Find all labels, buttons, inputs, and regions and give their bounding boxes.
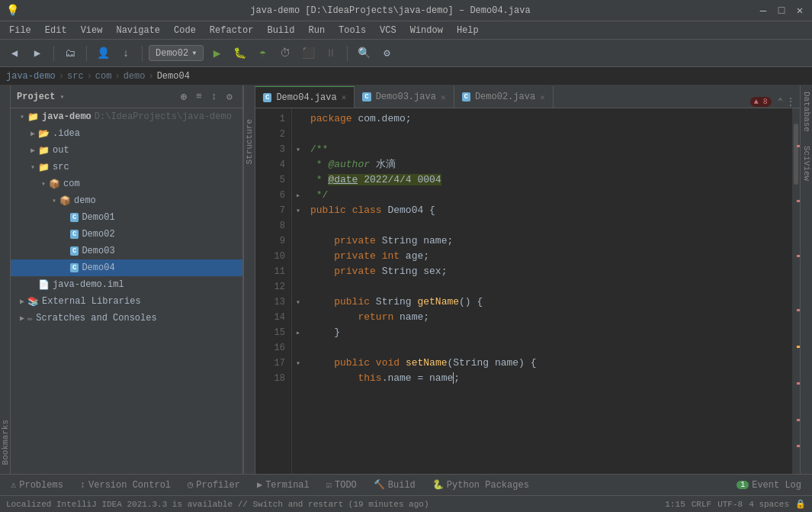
build-tab[interactable]: 🔨 Build (366, 476, 423, 494)
menu-view[interactable]: View (75, 24, 109, 37)
fold-arrow-6[interactable]: ▸ (292, 188, 304, 203)
tab-demo04[interactable]: C Demo04.java ✕ (255, 86, 355, 108)
todo-tab[interactable]: ☑ TODO (319, 476, 364, 494)
fold-arrow-17[interactable]: ▾ (292, 356, 304, 371)
problems-tab[interactable]: ⚠ Problems (3, 476, 71, 494)
vertical-scrollbar[interactable] (792, 108, 800, 474)
locate-button[interactable]: ⊕ (177, 90, 191, 104)
minimize-button[interactable]: — (757, 5, 769, 17)
tree-item-out[interactable]: ▶ 📁 out (11, 142, 242, 159)
tree-item-iml[interactable]: 📄 java-demo.iml (11, 276, 242, 293)
event-log-badge: 1 (737, 481, 749, 489)
code-editor[interactable]: package com.demo; /** * @author 水滴 * @da… (304, 108, 792, 474)
more-tabs-button[interactable]: ⋮ (786, 96, 795, 108)
tree-item-demo01[interactable]: C Demo01 (11, 209, 242, 226)
cursor-position[interactable]: 1:15 (665, 500, 685, 509)
back-button[interactable]: ◀ (5, 43, 24, 63)
close-button[interactable]: ✕ (794, 5, 806, 17)
menubar: File Edit View Navigate Code Refactor Bu… (0, 21, 812, 40)
project-panel: Project ▾ ⊕ ≡ ↕ ⚙ ▾ 📁 java-demo D:\IdeaP… (11, 85, 243, 474)
breadcrumb-javademo[interactable]: java-demo (6, 71, 56, 82)
gear-icon[interactable]: ⚙ (223, 90, 236, 104)
tree-item-src[interactable]: ▾ 📁 src (11, 159, 242, 175)
fold-arrow-3[interactable]: ▾ (292, 142, 304, 157)
line-separator[interactable]: CRLF (692, 500, 711, 509)
breadcrumb-com[interactable]: com (95, 71, 112, 82)
run-config-selector[interactable]: Demo02 ▾ (149, 45, 204, 61)
sciview-tab[interactable]: SciView (801, 140, 813, 187)
breadcrumb-sep-1: › (59, 71, 64, 82)
breadcrumb-demo[interactable]: demo (124, 71, 146, 82)
scratch-icon: ✏ (27, 313, 33, 324)
menu-vcs[interactable]: VCS (374, 24, 403, 37)
tab-demo02[interactable]: C Demo02.java ✕ (454, 86, 554, 108)
tree-item-demo03[interactable]: C Demo03 (11, 243, 242, 259)
menu-refactor[interactable]: Refactor (204, 24, 260, 37)
event-log-tab[interactable]: 1 Event Log (729, 476, 809, 494)
forward-button[interactable]: ▶ (27, 43, 47, 63)
stop-button[interactable]: ⬛ (298, 43, 318, 63)
tab-label: Demo03.java (376, 92, 436, 102)
tab-close-button[interactable]: ✕ (441, 92, 446, 102)
indent-setting[interactable]: 4 spaces (749, 500, 789, 509)
tree-item-scratches[interactable]: ▶ ✏ Scratches and Consoles (11, 310, 242, 327)
debug-button[interactable]: 🐛 (229, 43, 249, 63)
profile-button[interactable]: ⏱ (275, 43, 295, 63)
fold-arrow-15[interactable]: ▸ (292, 325, 304, 340)
run-with-coverage-button[interactable]: ☂ (252, 43, 272, 63)
tab-close-button[interactable]: ✕ (342, 92, 347, 102)
tree-item-demo02[interactable]: C Demo02 (11, 226, 242, 243)
python-packages-label: Python Packages (447, 480, 529, 491)
java-class-icon: C (462, 92, 470, 101)
item-label: out (53, 145, 69, 156)
vcs-update-button[interactable]: ↓ (116, 43, 136, 63)
tree-item-idea[interactable]: ▶ 📂 .idea (11, 125, 242, 142)
collapse-all-button[interactable]: ≡ (192, 90, 206, 104)
java-class-icon: C (70, 246, 79, 256)
suspend-button[interactable]: ⏸ (321, 43, 341, 63)
item-label: demo (74, 195, 96, 206)
tree-item-javademo[interactable]: ▾ 📁 java-demo D:\IdeaProjects\java-demo (11, 108, 242, 125)
menu-code[interactable]: Code (168, 24, 202, 37)
breadcrumb-demo04[interactable]: Demo04 (157, 71, 190, 82)
profiler-tab[interactable]: ◷ Profiler (180, 476, 248, 494)
fold-arrow-13[interactable]: ▾ (292, 295, 304, 310)
tab-close-button[interactable]: ✕ (540, 92, 545, 102)
tree-item-demo04[interactable]: C Demo04 (11, 259, 242, 276)
menu-edit[interactable]: Edit (39, 24, 73, 37)
profiler-icon: ◷ (188, 479, 193, 491)
menu-tools[interactable]: Tools (332, 24, 372, 37)
version-control-tab[interactable]: ↕ Version Control (72, 476, 178, 494)
tree-item-external-libs[interactable]: ▶ 📚 External Libraries (11, 293, 242, 310)
bookmarks-label[interactable]: Bookmarks (1, 417, 10, 468)
tree-item-com[interactable]: ▾ 📦 com (11, 175, 242, 192)
menu-navigate[interactable]: Navigate (110, 24, 166, 37)
sort-button[interactable]: ↕ (207, 90, 221, 104)
menu-help[interactable]: Help (451, 24, 485, 37)
java-class-icon: C (70, 213, 79, 222)
maximize-button[interactable]: □ (775, 5, 788, 17)
user-icon[interactable]: 👤 (93, 43, 113, 63)
tree-item-demo[interactable]: ▾ 📦 demo (11, 192, 242, 209)
settings-button[interactable]: ⚙ (377, 43, 396, 63)
fold-arrow-7[interactable]: ▾ (292, 203, 304, 218)
folder-icon: 📂 (38, 128, 50, 140)
recent-files-button[interactable]: 🗂 (60, 43, 80, 63)
python-packages-tab[interactable]: 🐍 Python Packages (425, 476, 537, 494)
terminal-tab[interactable]: ▶ Terminal (249, 476, 317, 494)
bookmarks-sidebar: Bookmarks (0, 85, 11, 474)
encoding[interactable]: UTF-8 (717, 500, 743, 509)
menu-build[interactable]: Build (261, 24, 300, 37)
menu-window[interactable]: Window (404, 24, 449, 37)
search-everywhere-button[interactable]: 🔍 (354, 43, 374, 63)
structure-label[interactable]: Structure (245, 116, 254, 167)
menu-run[interactable]: Run (302, 24, 331, 37)
menu-file[interactable]: File (3, 24, 37, 37)
project-path: D:\IdeaProjects\java-demo (95, 111, 232, 122)
run-button[interactable]: ▶ (207, 43, 226, 63)
database-tab[interactable]: Database (801, 85, 813, 138)
tab-demo03[interactable]: C Demo03.java ✕ (355, 86, 454, 108)
breadcrumb-src[interactable]: src (67, 71, 84, 82)
chevron-down-icon: ▾ (191, 47, 197, 59)
expand-errors-button[interactable]: ⌃ (778, 96, 783, 108)
